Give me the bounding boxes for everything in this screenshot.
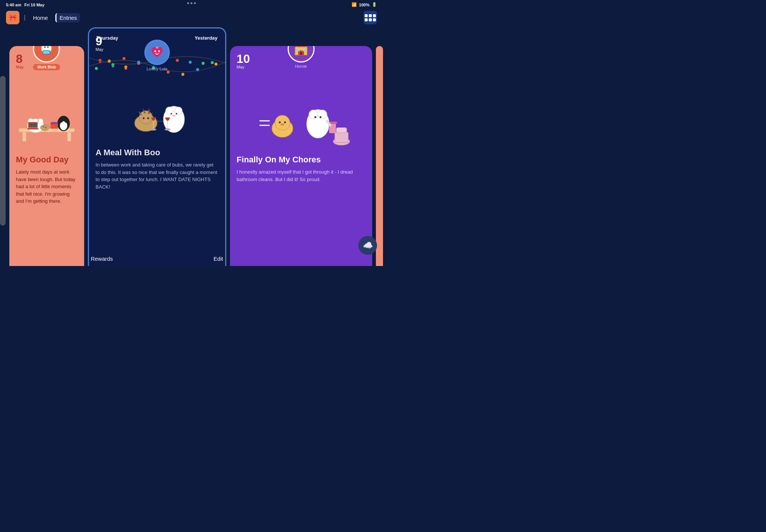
svg-point-82 [281,123,284,126]
svg-rect-25 [51,122,57,123]
nav-bar: 🎀 | Home Entries [0,9,383,27]
card-8-date: 8 May [16,53,24,69]
battery-icon: 🔋 [372,2,377,7]
card-left-peek[interactable] [0,76,6,226]
svg-point-38 [176,59,179,62]
card-10-date: 10 May [237,53,250,69]
svg-point-49 [196,68,199,71]
card-8-body: Lately most days at work have been tough… [16,168,77,205]
card-8-avatar-container: Work Blob [33,46,61,70]
svg-rect-53 [125,67,127,70]
svg-point-48 [181,73,184,76]
svg-point-28 [45,127,47,128]
meal-scene-svg [116,84,198,140]
grid-menu-button[interactable] [364,11,377,24]
work-blob-label: Work Blob [33,64,61,70]
svg-point-41 [214,62,217,65]
svg-point-55 [139,111,153,124]
svg-rect-4 [44,51,50,53]
nav-home[interactable]: Home [30,13,51,22]
svg-point-66 [172,114,176,117]
battery-percent: 100% [359,3,370,7]
svg-point-47 [166,71,169,74]
svg-point-57 [147,117,149,119]
chores-scene-svg [249,83,353,149]
lovely-lola-svg [148,44,166,61]
svg-point-2 [48,46,49,48]
card-9-day: 9 [96,35,104,47]
svg-rect-17 [29,123,37,127]
svg-point-85 [318,110,327,119]
card-8-avatar [33,46,60,62]
svg-rect-74 [303,49,306,51]
three-dots[interactable] [187,2,196,4]
rewards-button[interactable]: | Rewards [88,256,113,262]
nav-entries[interactable]: Entries [55,13,80,22]
card-10-content: Finally On My Chores I honestly amazed m… [230,149,372,189]
svg-point-30 [158,51,160,52]
card-9-today-label: Yesterday [194,35,217,41]
wifi-icon: 📶 [352,2,357,7]
card-10-avatar [288,46,315,62]
svg-point-29 [154,51,156,52]
svg-rect-92 [335,132,348,143]
card-8-title: My Good Day [16,155,77,165]
cloud-button[interactable]: ☁️ [358,236,377,255]
svg-rect-51 [99,60,101,63]
dot-3 [194,2,196,4]
svg-point-22 [64,119,68,123]
card-8-day: 8 [16,53,24,65]
work-scene-svg: z z [15,93,79,145]
card-10[interactable]: Homie 10 May [230,46,372,266]
card-right-peek[interactable] [376,46,383,266]
svg-point-56 [143,117,144,119]
svg-point-58 [144,119,148,122]
card-9[interactable]: Thursday Yesterday Lovely Lola 9 May [88,27,226,266]
svg-text:z: z [40,116,42,120]
svg-point-27 [43,126,45,128]
svg-point-80 [279,122,281,123]
card-9-avatar [144,40,170,65]
svg-point-42 [95,67,98,70]
card-9-content: A Meal With Boo In between work and taki… [89,142,225,196]
card-10-day: 10 [237,53,250,65]
svg-rect-52 [112,65,114,67]
svg-point-44 [122,57,125,60]
card-10-illustration [230,74,372,153]
svg-point-26 [40,125,49,131]
work-blob-svg [39,46,55,57]
card-8-content: My Good Day Lately most days at work hav… [9,149,84,211]
svg-rect-8 [22,132,26,141]
card-9-body: In between work and taking care of bubs,… [96,161,218,190]
card-8-month: May [16,65,24,69]
svg-point-62 [166,107,173,114]
svg-rect-23 [50,123,58,129]
homie-label: Homie [295,64,307,68]
svg-point-68 [165,128,171,131]
svg-point-43 [108,59,111,62]
homie-svg [293,46,309,57]
svg-point-79 [275,115,290,130]
svg-point-39 [189,61,192,64]
card-9-avatar-container: Lovely Lola [144,40,170,71]
svg-point-87 [319,116,321,118]
svg-point-40 [202,62,205,65]
edit-button[interactable]: Edit | [214,256,226,262]
lovely-lola-label: Lovely Lola [147,67,168,71]
svg-point-1 [45,46,46,48]
svg-point-31 [156,46,158,49]
svg-point-86 [314,116,316,118]
cards-container: Work Blob 8 May z z [0,27,383,252]
svg-text:z: z [37,119,39,123]
card-9-illustration [89,82,225,142]
svg-rect-18 [27,128,39,129]
time: 5:40 am [6,3,21,7]
svg-rect-73 [297,49,300,51]
svg-point-64 [171,113,172,114]
bottom-bar: | Rewards Edit | [88,256,226,262]
svg-point-45 [137,61,140,64]
svg-rect-9 [67,132,71,141]
nav-pipe-home: | [24,14,25,21]
card-8[interactable]: Work Blob 8 May z z [9,46,84,266]
card-10-avatar-container: Homie [288,46,315,68]
